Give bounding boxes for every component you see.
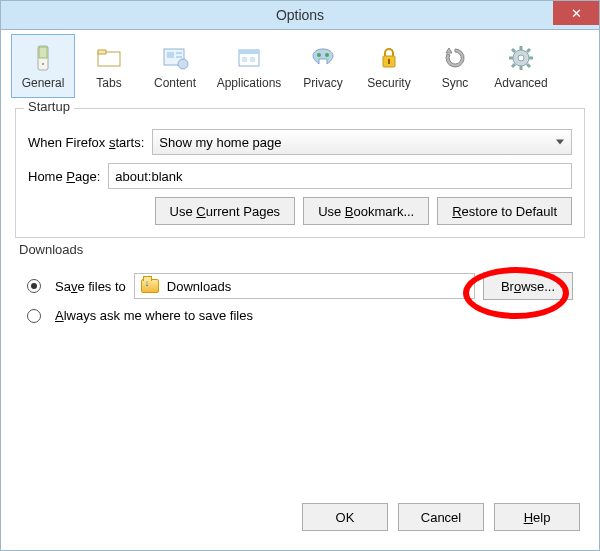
- tab-security[interactable]: Security: [357, 34, 421, 98]
- window-title: Options: [1, 7, 599, 23]
- ok-button[interactable]: OK: [302, 503, 388, 531]
- download-path-text: Downloads: [167, 279, 231, 294]
- help-button[interactable]: Help: [494, 503, 580, 531]
- startup-group: Startup When Firefox starts: Show my hom…: [15, 108, 585, 238]
- svg-point-20: [518, 55, 524, 61]
- svg-rect-4: [98, 50, 106, 54]
- save-to-label: Save files to: [55, 279, 126, 294]
- home-page-label: Home Page:: [28, 169, 100, 184]
- home-page-input[interactable]: [108, 163, 572, 189]
- svg-line-28: [527, 49, 530, 52]
- close-button[interactable]: ✕: [553, 1, 599, 25]
- privacy-icon: [307, 42, 339, 74]
- always-ask-radio[interactable]: [27, 309, 41, 323]
- tab-applications-label: Applications: [217, 76, 282, 90]
- svg-rect-1: [39, 47, 47, 58]
- sync-icon: [439, 42, 471, 74]
- tab-tabs[interactable]: Tabs: [77, 34, 141, 98]
- svg-line-27: [512, 64, 515, 67]
- download-path-field[interactable]: Downloads: [134, 273, 475, 299]
- general-icon: [27, 42, 59, 74]
- svg-line-25: [512, 49, 515, 52]
- svg-line-26: [527, 64, 530, 67]
- tab-general[interactable]: General: [11, 34, 75, 98]
- browse-button[interactable]: Browse...: [483, 272, 573, 300]
- svg-rect-6: [167, 52, 174, 58]
- title-bar: Options ✕: [0, 0, 600, 30]
- tab-content[interactable]: Content: [143, 34, 207, 98]
- use-current-pages-button[interactable]: Use Current Pages: [155, 197, 296, 225]
- close-icon: ✕: [571, 6, 582, 21]
- svg-marker-18: [446, 48, 452, 53]
- save-to-radio[interactable]: [27, 279, 41, 293]
- svg-rect-8: [176, 56, 182, 58]
- use-bookmark-button[interactable]: Use Bookmark...: [303, 197, 429, 225]
- svg-point-15: [325, 53, 329, 57]
- tab-applications[interactable]: Applications: [209, 34, 289, 98]
- svg-point-14: [317, 53, 321, 57]
- svg-point-9: [178, 59, 188, 69]
- svg-point-2: [42, 63, 44, 65]
- dialog-buttons: OK Cancel Help: [302, 503, 580, 531]
- svg-rect-7: [176, 52, 182, 54]
- content-area: Startup When Firefox starts: Show my hom…: [0, 98, 600, 551]
- gear-icon: [505, 42, 537, 74]
- category-toolbar: General Tabs Content Applications Privac…: [0, 30, 600, 98]
- tab-general-label: General: [22, 76, 65, 90]
- when-starts-label: When Firefox starts:: [28, 135, 144, 150]
- always-ask-label: Always ask me where to save files: [55, 308, 253, 323]
- startup-legend: Startup: [24, 99, 74, 114]
- svg-rect-12: [242, 57, 247, 62]
- tab-sync-label: Sync: [442, 76, 469, 90]
- restore-default-button[interactable]: Restore to Default: [437, 197, 572, 225]
- applications-icon: [233, 42, 265, 74]
- tab-advanced-label: Advanced: [494, 76, 547, 90]
- security-icon: [373, 42, 405, 74]
- tabs-icon: [93, 42, 125, 74]
- downloads-legend: Downloads: [15, 242, 87, 257]
- folder-icon: [141, 279, 159, 293]
- cancel-button[interactable]: Cancel: [398, 503, 484, 531]
- when-starts-select[interactable]: Show my home page: [152, 129, 572, 155]
- tab-security-label: Security: [367, 76, 410, 90]
- tab-content-label: Content: [154, 76, 196, 90]
- svg-rect-11: [239, 50, 259, 54]
- tab-sync[interactable]: Sync: [423, 34, 487, 98]
- content-icon: [159, 42, 191, 74]
- tab-tabs-label: Tabs: [96, 76, 121, 90]
- tab-privacy[interactable]: Privacy: [291, 34, 355, 98]
- downloads-group: Downloads Save files to Downloads Browse…: [15, 252, 585, 335]
- tab-privacy-label: Privacy: [303, 76, 342, 90]
- tab-advanced[interactable]: Advanced: [489, 34, 553, 98]
- svg-rect-17: [388, 59, 390, 64]
- svg-rect-13: [250, 57, 255, 62]
